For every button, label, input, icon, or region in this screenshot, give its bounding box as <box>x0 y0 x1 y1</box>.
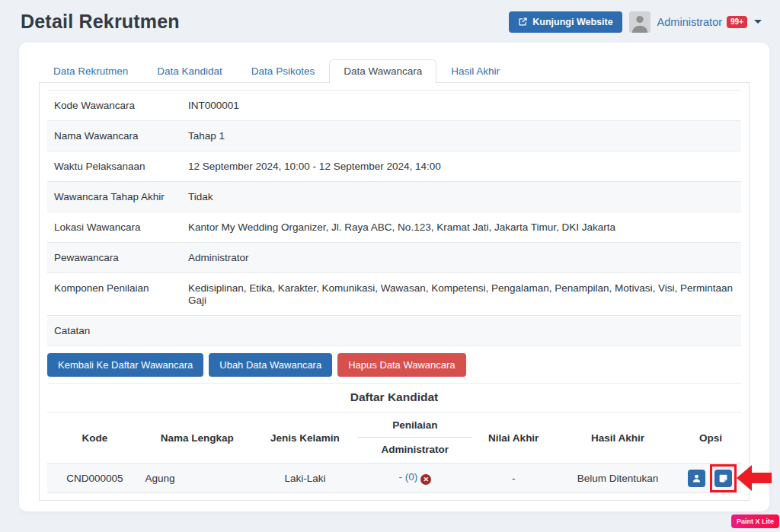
detail-value: Tahap 1 <box>181 121 741 151</box>
candidate-hasil-akhir: Belum Ditentukan <box>555 464 680 493</box>
candidate-penilaian-cell: - (0) <box>358 464 472 493</box>
visit-website-label: Kunjungi Website <box>532 17 612 27</box>
caret-down-icon <box>754 20 762 24</box>
column-subheader-administrator: Administrator <box>358 438 472 464</box>
candidate-opsi-cell <box>680 464 741 493</box>
user-menu[interactable]: Administrator 99+ <box>657 16 762 28</box>
edit-interview-button[interactable]: Ubah Data Wawancara <box>209 353 332 377</box>
detail-row: Nama Wawancara Tahap 1 <box>47 121 741 151</box>
detail-row: Lokasi Wawancara Kantor My Wedding Organ… <box>47 212 741 243</box>
avatar[interactable] <box>629 11 651 33</box>
candidate-jenis-kelamin: Laki-Laki <box>252 464 358 493</box>
candidate-nama: Agung <box>142 464 252 493</box>
x-circle-icon <box>420 474 431 485</box>
note-icon <box>718 473 728 483</box>
candidate-row: CND000005 Agung Laki-Laki - (0) - Belum … <box>47 464 741 493</box>
detail-label: Komponen Penilaian <box>47 273 181 316</box>
detail-label: Lokasi Wawancara <box>47 212 181 243</box>
candidates-table: Kode Nama Lengkap Jenis Kelamin Penilaia… <box>47 412 741 493</box>
detail-value: 12 September 2024, 10:00 - 12 September … <box>181 151 741 182</box>
candidates-title: Daftar Kandidat <box>47 384 741 412</box>
page-title: Detail Rekrutmen <box>21 11 180 33</box>
annotation-highlight-box <box>710 464 737 492</box>
visit-website-button[interactable]: Kunjungi Website <box>509 11 622 33</box>
topbar-right: Kunjungi Website Administrator 99+ <box>509 11 762 33</box>
detail-value: Kedisiplinan, Etika, Karakter, Komunikas… <box>181 273 741 316</box>
action-buttons: Kembali Ke Daftar Wawancara Ubah Data Wa… <box>47 353 741 377</box>
detail-card: Data Rekrutmen Data Kandidat Data Psikot… <box>19 43 769 511</box>
detail-row: Kode Wawancara INT000001 <box>47 91 741 121</box>
person-silhouette-icon <box>629 11 651 33</box>
detail-label: Nama Wawancara <box>47 121 181 151</box>
detail-value: INT000001 <box>181 91 741 121</box>
column-header-nilai-akhir: Nilai Akhir <box>472 413 555 464</box>
detail-row: Wawancara Tahap Akhir Tidak <box>47 182 741 212</box>
detail-value: Kantor My Wedding Organizer, Jl. Raya AB… <box>181 212 741 243</box>
column-header-jenis-kelamin: Jenis Kelamin <box>252 413 358 464</box>
tab-data-psikotes[interactable]: Data Psikotes <box>237 59 329 83</box>
detail-label: Pewawancara <box>47 243 181 273</box>
delete-interview-button[interactable]: Hapus Data Wawancara <box>337 353 465 377</box>
detail-label: Waktu Pelaksanaan <box>47 151 181 182</box>
detail-label: Wawancara Tahap Akhir <box>47 182 181 212</box>
penilaian-score-link[interactable]: - (0) <box>398 471 417 483</box>
user-icon <box>692 473 702 483</box>
tab-hasil-akhir[interactable]: Hasil Akhir <box>436 59 514 83</box>
detail-value: Administrator <box>181 243 741 273</box>
notification-badge: 99+ <box>727 16 747 28</box>
detail-label: Catatan <box>47 316 181 346</box>
candidate-note-button[interactable] <box>714 470 732 487</box>
external-link-icon <box>518 17 528 27</box>
detail-row: Waktu Pelaksanaan 12 September 2024, 10:… <box>47 151 741 182</box>
detail-row: Catatan <box>47 316 741 346</box>
column-header-hasil-akhir: Hasil Akhir <box>555 413 680 464</box>
candidate-kode: CND000005 <box>47 464 142 493</box>
detail-row: Pewawancara Administrator <box>47 243 741 273</box>
detail-row: Komponen Penilaian Kedisiplinan, Etika, … <box>47 273 741 316</box>
tab-data-wawancara[interactable]: Data Wawancara <box>329 59 436 84</box>
paint-x-lite-watermark: Paint X Lite <box>731 514 779 528</box>
interview-detail-table: Kode Wawancara INT000001 Nama Wawancara … <box>47 90 741 346</box>
detail-value <box>181 316 741 346</box>
tab-content: Kode Wawancara INT000001 Nama Wawancara … <box>39 82 750 501</box>
topbar: Detail Rekrutmen Kunjungi Website Admini… <box>0 0 780 43</box>
tab-data-rekrutmen[interactable]: Data Rekrutmen <box>39 59 142 83</box>
column-header-opsi: Opsi <box>680 413 741 464</box>
back-to-interview-list-button[interactable]: Kembali Ke Daftar Wawancara <box>47 353 203 377</box>
candidate-profile-button[interactable] <box>688 470 705 487</box>
user-name: Administrator <box>657 16 722 28</box>
candidate-nilai-akhir: - <box>472 464 555 493</box>
candidates-section: Daftar Kandidat Kode Nama Lengkap Jenis … <box>47 383 741 493</box>
column-header-penilaian: Penilaian <box>358 413 472 438</box>
tab-data-kandidat[interactable]: Data Kandidat <box>142 59 237 83</box>
tab-bar: Data Rekrutmen Data Kandidat Data Psikot… <box>39 59 750 83</box>
detail-label: Kode Wawancara <box>47 91 181 121</box>
annotation-arrow-icon <box>737 465 772 491</box>
detail-value: Tidak <box>181 182 741 212</box>
column-header-nama-lengkap: Nama Lengkap <box>142 413 252 464</box>
column-header-kode: Kode <box>47 413 142 464</box>
